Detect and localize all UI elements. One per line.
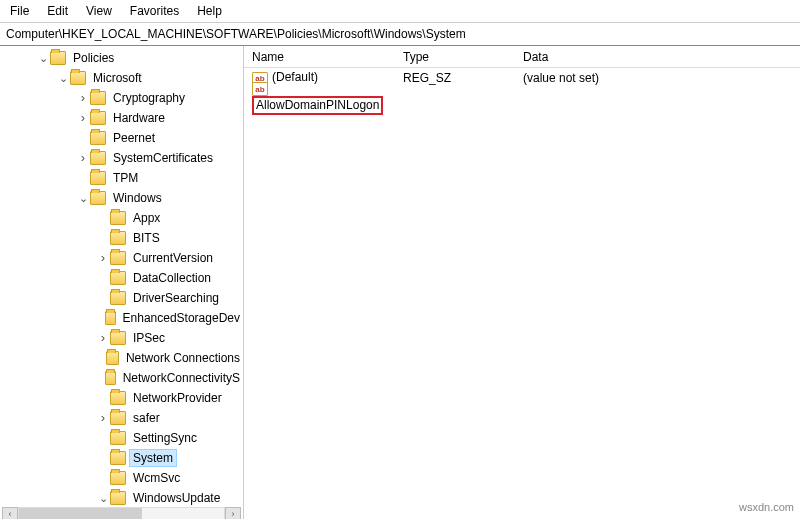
tree-item-windowsupdate[interactable]: WindowsUpdate — [0, 488, 243, 508]
tree-label: safer — [130, 410, 163, 426]
tree-label: DataCollection — [130, 270, 214, 286]
expand-icon[interactable] — [76, 91, 90, 106]
tree-label: NetworkProvider — [130, 390, 225, 406]
folder-icon — [110, 411, 126, 425]
tree-label: System — [130, 450, 176, 466]
value-type: REG_SZ — [403, 71, 523, 85]
folder-icon — [105, 311, 116, 325]
scroll-right-button[interactable]: › — [225, 507, 241, 519]
expand-icon[interactable] — [96, 492, 110, 505]
tree-item-settingsync[interactable]: SettingSync — [0, 428, 243, 448]
tree-item-tpm[interactable]: TPM — [0, 168, 243, 188]
folder-icon — [110, 211, 126, 225]
expand-icon[interactable] — [56, 72, 70, 85]
tree-item-hardware[interactable]: Hardware — [0, 108, 243, 128]
tree-item-windows[interactable]: Windows — [0, 188, 243, 208]
expand-icon[interactable] — [96, 411, 110, 426]
expand-icon[interactable] — [76, 192, 90, 205]
expand-icon[interactable] — [96, 251, 110, 266]
menu-view[interactable]: View — [78, 2, 120, 20]
tree-item-networkprovider[interactable]: NetworkProvider — [0, 388, 243, 408]
folder-icon — [110, 491, 126, 505]
folder-icon — [90, 151, 106, 165]
value-name-cell: abAllowDomainPINLogon — [248, 81, 403, 116]
folder-icon — [110, 291, 126, 305]
folder-icon — [90, 131, 106, 145]
value-name-highlighted[interactable]: AllowDomainPINLogon — [252, 96, 383, 115]
folder-icon — [90, 191, 106, 205]
column-data[interactable]: Data — [523, 50, 800, 64]
tree-label: WcmSvc — [130, 470, 183, 486]
tree-label: DriverSearching — [130, 290, 222, 306]
string-value-icon: ab — [252, 82, 268, 96]
tree-item-system[interactable]: System — [0, 448, 243, 468]
folder-icon — [110, 231, 126, 245]
column-type[interactable]: Type — [403, 50, 523, 64]
folder-icon — [110, 331, 126, 345]
tree-label: Peernet — [110, 130, 158, 146]
menu-favorites[interactable]: Favorites — [122, 2, 187, 20]
tree-item-safer[interactable]: safer — [0, 408, 243, 428]
scroll-thumb[interactable] — [19, 508, 142, 519]
scroll-track[interactable] — [18, 507, 225, 519]
tree-item-systemcertificates[interactable]: SystemCertificates — [0, 148, 243, 168]
value-data: (value not set) — [523, 71, 800, 85]
tree-item-cryptography[interactable]: Cryptography — [0, 88, 243, 108]
horizontal-scrollbar[interactable]: ‹ › — [2, 507, 241, 519]
folder-icon — [110, 431, 126, 445]
expand-icon[interactable] — [36, 52, 50, 65]
value-row-allowdomainpinlogon[interactable]: abAllowDomainPINLogon — [244, 88, 800, 108]
scroll-left-button[interactable]: ‹ — [2, 507, 18, 519]
tree-item-driversearching[interactable]: DriverSearching — [0, 288, 243, 308]
tree-pane[interactable]: Policies Microsoft Cryptography Hardware… — [0, 46, 244, 519]
expand-icon[interactable] — [96, 331, 110, 346]
column-header: Name Type Data — [244, 46, 800, 68]
tree-item-policies[interactable]: Policies — [0, 48, 243, 68]
folder-icon — [110, 451, 126, 465]
folder-icon — [110, 391, 126, 405]
tree-label: TPM — [110, 170, 141, 186]
tree-label: Microsoft — [90, 70, 145, 86]
folder-icon — [50, 51, 66, 65]
expand-icon[interactable] — [76, 151, 90, 166]
tree-label: CurrentVersion — [130, 250, 216, 266]
tree-item-currentversion[interactable]: CurrentVersion — [0, 248, 243, 268]
menu-file[interactable]: File — [2, 2, 37, 20]
watermark: wsxdn.com — [739, 501, 794, 513]
tree-item-peernet[interactable]: Peernet — [0, 128, 243, 148]
folder-icon — [90, 111, 106, 125]
menu-edit[interactable]: Edit — [39, 2, 76, 20]
folder-icon — [105, 371, 116, 385]
tree-label: BITS — [130, 230, 163, 246]
tree-item-enhancedstorage[interactable]: EnhancedStorageDev — [0, 308, 243, 328]
tree-label: Hardware — [110, 110, 168, 126]
tree-label: WindowsUpdate — [130, 490, 223, 506]
tree-label: SettingSync — [130, 430, 200, 446]
folder-icon — [106, 351, 118, 365]
tree-item-wcmsvc[interactable]: WcmSvc — [0, 468, 243, 488]
tree-label: Cryptography — [110, 90, 188, 106]
folder-icon — [70, 71, 86, 85]
menu-help[interactable]: Help — [189, 2, 230, 20]
menubar: File Edit View Favorites Help — [0, 0, 800, 23]
folder-icon — [110, 271, 126, 285]
tree-item-datacollection[interactable]: DataCollection — [0, 268, 243, 288]
tree-label: IPSec — [130, 330, 168, 346]
tree-label: Appx — [130, 210, 163, 226]
tree-item-ipsec[interactable]: IPSec — [0, 328, 243, 348]
tree-item-appx[interactable]: Appx — [0, 208, 243, 228]
expand-icon[interactable] — [76, 111, 90, 126]
tree-item-networkconnections[interactable]: Network Connections — [0, 348, 243, 368]
column-name[interactable]: Name — [248, 50, 403, 64]
tree-label: SystemCertificates — [110, 150, 216, 166]
tree-item-bits[interactable]: BITS — [0, 228, 243, 248]
tree-item-networkconnectivity[interactable]: NetworkConnectivityS — [0, 368, 243, 388]
tree-label: Network Connections — [123, 350, 243, 366]
folder-icon — [110, 471, 126, 485]
address-bar[interactable]: Computer\HKEY_LOCAL_MACHINE\SOFTWARE\Pol… — [0, 23, 800, 46]
tree-label: EnhancedStorageDev — [120, 310, 243, 326]
main-panel: Policies Microsoft Cryptography Hardware… — [0, 46, 800, 519]
tree-item-microsoft[interactable]: Microsoft — [0, 68, 243, 88]
tree-label: Policies — [70, 50, 117, 66]
values-pane[interactable]: Name Type Data ab(Default) REG_SZ (value… — [244, 46, 800, 519]
